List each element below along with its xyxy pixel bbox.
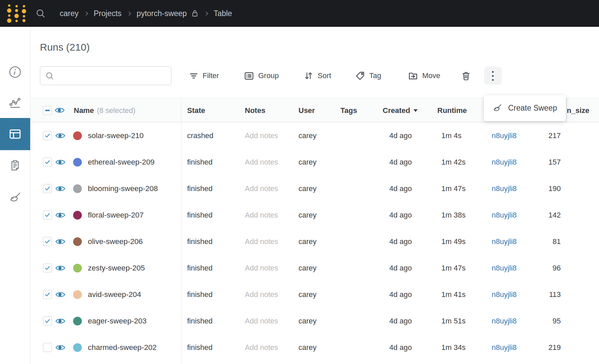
tag-button[interactable]: Tag [355, 66, 381, 85]
run-name-link[interactable]: eager-sweep-203 [88, 308, 147, 334]
run-state: crashed [187, 122, 213, 149]
run-color-dot [73, 131, 82, 140]
run-name-link[interactable]: floral-sweep-207 [88, 202, 144, 228]
visibility-icon[interactable] [55, 343, 65, 352]
run-created: 4d ago [363, 228, 412, 255]
sweep-link[interactable]: n8uyjli8 [492, 255, 517, 281]
run-created: 4d ago [363, 308, 412, 334]
breadcrumb-item[interactable]: Table [214, 9, 232, 18]
run-name-link[interactable]: olive-sweep-206 [88, 228, 143, 255]
row-checkbox[interactable] [43, 237, 52, 246]
move-button[interactable]: Move [408, 66, 440, 85]
run-size-value: 81 [524, 228, 561, 255]
delete-runs-button[interactable] [461, 66, 471, 85]
column-header-state[interactable]: State [187, 98, 205, 123]
row-checkbox[interactable] [43, 158, 52, 167]
filter-button[interactable]: Filter [189, 66, 219, 85]
breadcrumb-item[interactable]: Projects [94, 9, 121, 18]
row-checkbox[interactable] [43, 131, 52, 140]
sweep-link[interactable]: n8uyjli8 [492, 334, 517, 361]
visibility-icon[interactable] [55, 263, 65, 273]
add-notes-field[interactable]: Add notes [245, 334, 278, 361]
more-options-button[interactable] [484, 67, 502, 85]
run-user: carey [298, 255, 317, 281]
add-notes-field[interactable]: Add notes [245, 281, 278, 308]
add-notes-field[interactable]: Add notes [245, 149, 278, 175]
visibility-icon[interactable] [55, 210, 65, 220]
row-checkbox[interactable] [43, 210, 52, 220]
run-name-link[interactable]: blooming-sweep-208 [88, 175, 158, 202]
visibility-icon[interactable] [55, 316, 65, 326]
visibility-icon[interactable] [55, 290, 65, 299]
column-header-tags[interactable]: Tags [340, 98, 357, 123]
sweep-link[interactable]: n8uyjli8 [492, 308, 517, 334]
run-created: 4d ago [363, 175, 412, 202]
sweep-link[interactable]: n8uyjli8 [492, 281, 517, 308]
wandb-logo-icon[interactable] [7, 4, 26, 23]
row-checkbox[interactable] [43, 290, 52, 299]
group-button[interactable]: Group [244, 66, 279, 85]
search-icon[interactable] [36, 8, 46, 18]
sidebar-item-runs-table[interactable] [0, 118, 30, 150]
sweep-link[interactable]: n8uyjli8 [492, 228, 517, 255]
add-notes-field[interactable]: Add notes [245, 202, 278, 228]
add-notes-field[interactable]: Add notes [245, 122, 278, 149]
sidebar-item-notes[interactable] [0, 149, 30, 181]
visibility-icon[interactable] [55, 158, 65, 167]
add-notes-field[interactable]: Add notes [245, 175, 278, 202]
pinned-column-divider [181, 98, 181, 364]
tag-label: Tag [369, 71, 381, 80]
row-checkbox[interactable] [43, 263, 52, 272]
run-color-dot [73, 211, 82, 220]
run-name-link[interactable]: zesty-sweep-205 [88, 255, 145, 281]
sweep-link[interactable]: n8uyjli8 [492, 175, 517, 202]
row-checkbox[interactable] [43, 184, 52, 193]
run-name-link[interactable]: avid-sweep-204 [88, 281, 141, 308]
runs-search-input[interactable] [58, 69, 171, 82]
column-header-runtime[interactable]: Runtime [437, 98, 467, 123]
chevron-right-icon [127, 11, 131, 16]
run-state: finished [187, 202, 213, 228]
column-header-name[interactable]: Name (8 selected) [74, 98, 135, 123]
check-icon [44, 132, 51, 139]
run-created: 4d ago [363, 255, 412, 281]
add-notes-field[interactable]: Add notes [245, 308, 278, 334]
table-row: ethereal-sweep-209 finished Add notes ca… [31, 149, 599, 175]
run-color-dot [73, 158, 82, 167]
column-header-notes[interactable]: Notes [245, 98, 265, 123]
sort-caret-icon [414, 109, 418, 112]
sweep-link[interactable]: n8uyjli8 [492, 122, 517, 149]
breadcrumb-item[interactable]: carey [60, 9, 78, 18]
run-size-value: 95 [524, 308, 561, 334]
visibility-icon[interactable] [55, 131, 65, 140]
run-name-link[interactable]: ethereal-sweep-209 [88, 149, 155, 175]
run-color-dot [73, 184, 82, 193]
row-checkbox[interactable] [43, 316, 52, 325]
row-checkbox[interactable] [43, 343, 52, 352]
visibility-icon[interactable] [55, 237, 65, 246]
column-header-size-partial[interactable]: n_size [567, 98, 589, 123]
sweep-link[interactable]: n8uyjli8 [492, 149, 517, 175]
visibility-all-icon[interactable] [55, 106, 65, 115]
check-icon [44, 212, 51, 218]
tag-icon [355, 71, 365, 81]
create-sweep-menu-item[interactable]: Create Sweep [484, 95, 566, 121]
sidebar-item-info[interactable] [0, 56, 30, 88]
breadcrumb-item[interactable]: pytorch-sweep [137, 9, 187, 18]
sidebar-item-sweeps[interactable] [0, 182, 30, 214]
table-row: solar-sweep-210 crashed Add notes carey … [31, 122, 599, 149]
visibility-icon[interactable] [55, 184, 65, 193]
add-notes-field[interactable]: Add notes [245, 255, 278, 281]
column-header-user[interactable]: User [298, 98, 315, 123]
sweep-link[interactable]: n8uyjli8 [492, 202, 517, 228]
add-notes-field[interactable]: Add notes [245, 228, 278, 255]
sort-button[interactable]: Sort [304, 66, 331, 85]
sidebar-item-charts[interactable] [0, 87, 30, 119]
run-name-link[interactable]: charmed-sweep-202 [88, 334, 157, 361]
run-name-link[interactable]: solar-sweep-210 [88, 122, 144, 149]
run-created: 4d ago [363, 149, 412, 175]
run-created: 4d ago [363, 334, 412, 361]
select-all-checkbox[interactable] [43, 106, 52, 115]
column-header-created[interactable]: Created [383, 98, 418, 123]
check-icon [44, 159, 51, 165]
